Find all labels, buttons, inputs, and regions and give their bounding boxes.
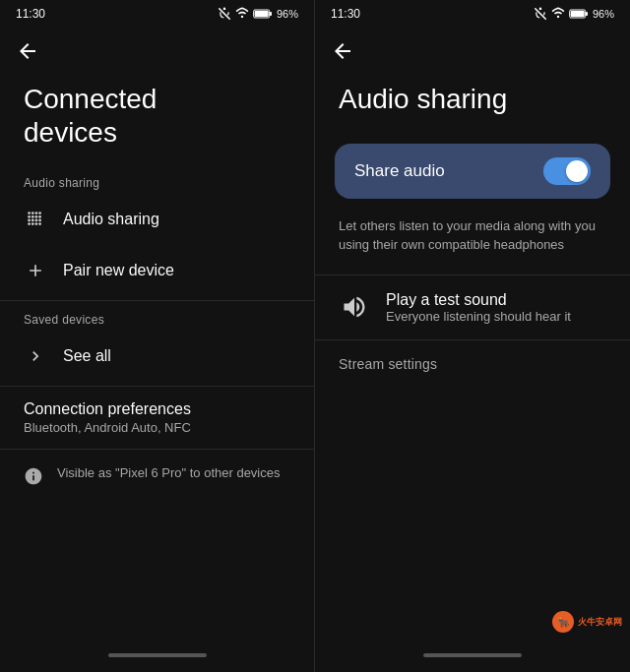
svg-point-22 bbox=[557, 16, 559, 18]
right-divider-2 bbox=[315, 339, 630, 340]
audio-sharing-section-label: Audio sharing bbox=[0, 168, 314, 194]
svg-point-9 bbox=[28, 215, 31, 218]
svg-point-11 bbox=[35, 215, 38, 218]
connection-preferences-title: Connection preferences bbox=[24, 400, 290, 418]
watermark: 🐂 火牛安卓网 bbox=[552, 611, 622, 633]
back-arrow-icon bbox=[16, 39, 39, 63]
svg-point-12 bbox=[38, 215, 41, 218]
pair-new-device-item[interactable]: Pair new device bbox=[0, 245, 314, 296]
battery-icon bbox=[253, 7, 273, 21]
divider-1 bbox=[0, 300, 314, 301]
left-nav-indicator bbox=[108, 653, 207, 657]
play-test-sound-subtitle: Everyone listening should hear it bbox=[386, 309, 571, 324]
audio-sharing-description: Let others listen to your media along wi… bbox=[315, 207, 630, 271]
right-status-icons: 96% bbox=[534, 7, 614, 21]
svg-point-18 bbox=[32, 222, 34, 225]
chevron-right-icon bbox=[24, 344, 47, 368]
test-sound-text-group: Play a test sound Everyone listening sho… bbox=[386, 291, 571, 324]
svg-point-17 bbox=[28, 222, 31, 225]
watermark-logo: 🐂 bbox=[552, 611, 574, 633]
left-time: 11:30 bbox=[16, 7, 45, 21]
info-icon bbox=[24, 466, 43, 491]
svg-rect-4 bbox=[255, 11, 269, 17]
right-mute-icon bbox=[534, 7, 547, 21]
left-status-bar: 11:30 96% bbox=[0, 0, 314, 28]
share-audio-label: Share audio bbox=[354, 161, 445, 181]
svg-point-5 bbox=[28, 212, 31, 214]
visible-info-row: Visible as "Pixel 6 Pro" to other device… bbox=[0, 454, 314, 503]
right-time: 11:30 bbox=[331, 7, 360, 21]
svg-point-19 bbox=[35, 222, 38, 225]
right-phone: 11:30 96% Audio bbox=[315, 0, 630, 672]
left-page-title: Connecteddevices bbox=[0, 75, 314, 168]
svg-rect-24 bbox=[586, 12, 588, 16]
right-page-title: Audio sharing bbox=[315, 75, 630, 136]
svg-point-20 bbox=[38, 222, 41, 225]
toggle-knob bbox=[566, 160, 588, 182]
left-back-button[interactable] bbox=[8, 31, 47, 71]
right-nav-indicator bbox=[423, 653, 522, 657]
speaker-wave-icon bbox=[339, 291, 370, 323]
left-phone: 11:30 96% Connec bbox=[0, 0, 315, 672]
share-audio-toggle-card[interactable]: Share audio bbox=[335, 144, 610, 199]
svg-point-14 bbox=[32, 219, 34, 222]
svg-point-8 bbox=[38, 212, 41, 214]
svg-rect-3 bbox=[270, 12, 272, 16]
saved-devices-section-label: Saved devices bbox=[0, 305, 314, 331]
left-status-icons: 96% bbox=[218, 7, 298, 21]
right-wifi-icon bbox=[551, 7, 565, 21]
right-back-arrow-icon bbox=[331, 39, 354, 63]
audio-sharing-item[interactable]: Audio sharing bbox=[0, 194, 314, 245]
right-nav-bar bbox=[315, 644, 630, 672]
share-audio-toggle[interactable] bbox=[543, 157, 591, 185]
svg-point-6 bbox=[32, 212, 34, 214]
left-battery: 96% bbox=[277, 8, 298, 20]
left-nav-bar bbox=[0, 644, 314, 672]
connection-preferences-item[interactable]: Connection preferences Bluetooth, Androi… bbox=[0, 391, 314, 445]
svg-rect-25 bbox=[571, 11, 585, 17]
audio-sharing-icon bbox=[24, 208, 47, 231]
svg-point-16 bbox=[38, 219, 41, 222]
chevron-icon bbox=[26, 346, 45, 366]
divider-2 bbox=[0, 386, 314, 387]
pair-new-device-label: Pair new device bbox=[63, 262, 174, 279]
add-icon bbox=[26, 261, 45, 280]
right-status-bar: 11:30 96% bbox=[315, 0, 630, 28]
connection-preferences-subtitle: Bluetooth, Android Auto, NFC bbox=[24, 420, 290, 435]
right-divider-1 bbox=[315, 275, 630, 275]
mute-icon bbox=[218, 7, 231, 21]
plus-icon bbox=[24, 259, 47, 282]
visible-info-text: Visible as "Pixel 6 Pro" to other device… bbox=[57, 465, 281, 480]
dots-grid-icon bbox=[25, 209, 46, 230]
play-test-sound-title: Play a test sound bbox=[386, 291, 571, 309]
stream-settings-item[interactable]: Stream settings bbox=[315, 344, 630, 384]
see-all-item[interactable]: See all bbox=[0, 331, 314, 382]
divider-3 bbox=[0, 449, 314, 450]
svg-point-7 bbox=[35, 212, 38, 214]
svg-point-13 bbox=[28, 219, 31, 222]
watermark-text: 火牛安卓网 bbox=[578, 616, 622, 629]
audio-wave-icon bbox=[341, 293, 368, 321]
play-test-sound-item[interactable]: Play a test sound Everyone listening sho… bbox=[315, 279, 630, 336]
see-all-label: See all bbox=[63, 347, 111, 365]
wifi-icon bbox=[235, 7, 249, 21]
watermark-bull-icon: 🐂 bbox=[557, 617, 569, 628]
audio-sharing-label: Audio sharing bbox=[63, 211, 159, 228]
svg-point-15 bbox=[35, 219, 38, 222]
right-battery: 96% bbox=[593, 8, 614, 20]
right-back-button[interactable] bbox=[323, 31, 362, 71]
svg-point-10 bbox=[32, 215, 34, 218]
info-circle-icon bbox=[24, 466, 43, 486]
right-battery-icon bbox=[569, 7, 589, 21]
svg-point-1 bbox=[241, 16, 243, 18]
